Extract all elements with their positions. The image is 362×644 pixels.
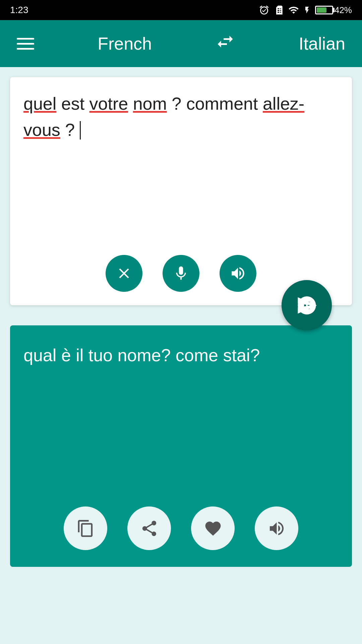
input-section: quel est votre nom ? comment allez-vous …	[10, 77, 352, 305]
menu-button[interactable]	[17, 38, 34, 50]
clear-button[interactable]	[106, 255, 142, 292]
source-language[interactable]: French	[98, 34, 152, 54]
charging-icon	[303, 5, 311, 15]
output-controls	[10, 506, 352, 550]
main-content: quel est votre nom ? comment allez-vous …	[0, 77, 362, 567]
output-text: qual è il tuo nome? come stai?	[23, 342, 339, 368]
status-icons: 42%	[259, 5, 352, 15]
battery-indicator: 42%	[315, 5, 352, 15]
target-language[interactable]: Italian	[299, 34, 345, 54]
signal-icon	[288, 5, 299, 15]
app-header: French Italian	[0, 20, 362, 67]
word-nom: nom	[133, 94, 167, 113]
word-votre: votre	[89, 94, 128, 113]
microphone-button[interactable]	[163, 255, 199, 292]
share-button[interactable]	[127, 506, 171, 550]
output-section: qual è il tuo nome? come stai?	[10, 325, 352, 567]
battery-percent: 42%	[335, 5, 352, 15]
word-quel: quel	[23, 94, 56, 113]
status-bar: 1:23 42%	[0, 0, 362, 20]
swap-languages-button[interactable]	[215, 32, 235, 56]
text-cursor	[80, 121, 81, 140]
translate-button[interactable]	[282, 280, 332, 330]
status-time: 1:23	[10, 5, 28, 15]
input-text[interactable]: quel est votre nom ? comment allez-vous …	[23, 91, 339, 143]
copy-button[interactable]	[64, 506, 107, 550]
speak-source-button[interactable]	[220, 255, 256, 292]
alarm-icon	[259, 5, 269, 15]
speak-output-button[interactable]	[255, 506, 298, 550]
sim-icon	[274, 5, 284, 15]
favorite-button[interactable]	[191, 506, 235, 550]
